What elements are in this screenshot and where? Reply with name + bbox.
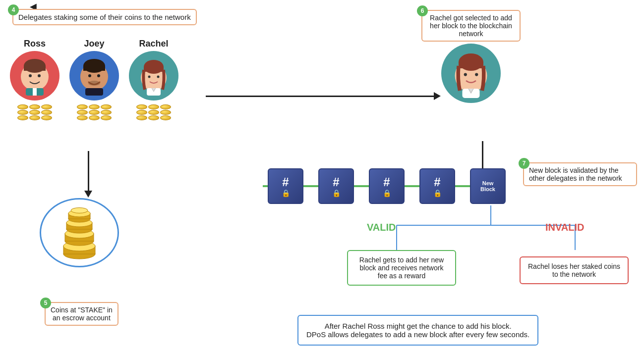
valid-label: VALID <box>367 222 396 233</box>
block2-hash: # <box>333 175 339 189</box>
invalid-label: INVALID <box>545 222 585 233</box>
blockchain-row: # 🔒 # 🔒 # 🔒 # 🔒 NewBlock <box>263 168 506 204</box>
step6-badge: 6 <box>417 5 428 16</box>
summary-box: After Rachel Ross might get the chance t… <box>297 315 538 346</box>
step5-text: Coins at "STAKE" inan escrow account <box>51 306 113 322</box>
svg-rect-2 <box>24 66 46 71</box>
ross-name: Ross <box>24 39 46 49</box>
block3-hash: # <box>383 175 390 189</box>
valid-box: Rachel gets to add her new block and rec… <box>347 250 456 286</box>
chain-line-1 <box>303 185 318 187</box>
block-3: # 🔒 <box>369 168 405 204</box>
summary-text: After Rachel Ross might get the chance t… <box>306 322 529 339</box>
invalid-text: Rachel loses her staked coins to the net… <box>528 262 620 278</box>
block-2: # 🔒 <box>318 168 354 204</box>
svg-point-12 <box>88 81 100 86</box>
ross-coins <box>17 104 52 120</box>
step4-box: 4 Delegates staking some of their coins … <box>12 9 197 25</box>
svg-point-4 <box>38 74 41 77</box>
svg-rect-35 <box>459 62 483 69</box>
svg-point-11 <box>97 74 100 77</box>
svg-point-37 <box>475 73 478 76</box>
step4-text: Delegates staking some of their coins to… <box>18 13 191 21</box>
ross-avatar-svg <box>15 56 55 96</box>
arrow-delegates-down <box>84 151 92 198</box>
step5-badge: 5 <box>40 298 51 308</box>
svg-point-32 <box>71 208 88 213</box>
step7-badge: 7 <box>519 158 529 169</box>
block1-hash: # <box>282 175 289 189</box>
chain-line-3 <box>405 185 419 187</box>
escrow-coins-svg <box>47 205 112 260</box>
step7-text: New block is validated by the other dele… <box>529 166 622 182</box>
rachel-selected-area <box>441 44 501 103</box>
svg-point-10 <box>88 74 91 77</box>
arrow-right-line <box>206 96 434 97</box>
svg-point-36 <box>464 73 467 76</box>
joey-coins <box>77 104 112 120</box>
arrow-right-to-rachel <box>206 92 441 100</box>
rachel-avatar-right-svg <box>446 49 496 98</box>
step5-box: 5 Coins at "STAKE" inan escrow account <box>45 302 118 326</box>
rachel-avatar-left <box>129 51 178 101</box>
escrow-oval <box>40 198 119 267</box>
svg-rect-13 <box>85 88 103 96</box>
block1-lock: 🔒 <box>282 189 290 197</box>
block2-lock: 🔒 <box>332 189 341 197</box>
block-4: # 🔒 <box>419 168 455 204</box>
rachel-avatar-right <box>441 44 501 103</box>
step7-box: 7 New block is validated by the other de… <box>523 162 637 186</box>
svg-rect-9 <box>83 66 105 71</box>
svg-rect-6 <box>33 88 37 96</box>
escrow-area <box>40 198 119 267</box>
invalid-box: Rachel loses her staked coins to the net… <box>520 256 629 284</box>
joey-avatar-svg <box>74 56 114 96</box>
ross-avatar <box>10 51 59 101</box>
rachel-coins-left <box>136 104 171 120</box>
joey-name: Joey <box>84 39 104 49</box>
chain-line-start <box>263 185 268 187</box>
delegates-area: Ross <box>10 39 178 120</box>
diagram: ◀ 4 Delegates staking some of their coin… <box>0 0 644 352</box>
svg-point-17 <box>148 76 151 78</box>
new-block-label: NewBlock <box>480 180 495 192</box>
block4-hash: # <box>434 175 440 189</box>
block3-lock: 🔒 <box>383 189 391 197</box>
valid-text: Rachel gets to add her new block and rec… <box>359 256 444 280</box>
block-1: # 🔒 <box>268 168 303 204</box>
joey-avatar <box>69 51 119 101</box>
rachel-avatar-left-svg <box>134 56 174 96</box>
svg-point-18 <box>157 76 160 78</box>
rachel-name-left: Rachel <box>139 39 168 49</box>
block4-lock: 🔒 <box>433 189 442 197</box>
arrow-right-head <box>434 92 441 100</box>
step4-badge: 4 <box>8 4 19 15</box>
chain-line-2 <box>354 185 369 187</box>
chain-line-4 <box>455 185 470 187</box>
step6-text: Rachel got selected to add her block to … <box>430 14 512 38</box>
svg-point-3 <box>29 74 32 77</box>
delegate-joey: Joey <box>69 39 119 120</box>
svg-rect-16 <box>144 67 164 72</box>
new-block: NewBlock <box>470 168 506 204</box>
delegate-rachel-left: Rachel <box>129 39 178 120</box>
step6-box: 6 Rachel got selected to add her block t… <box>421 10 521 42</box>
delegate-ross: Ross <box>10 39 59 120</box>
